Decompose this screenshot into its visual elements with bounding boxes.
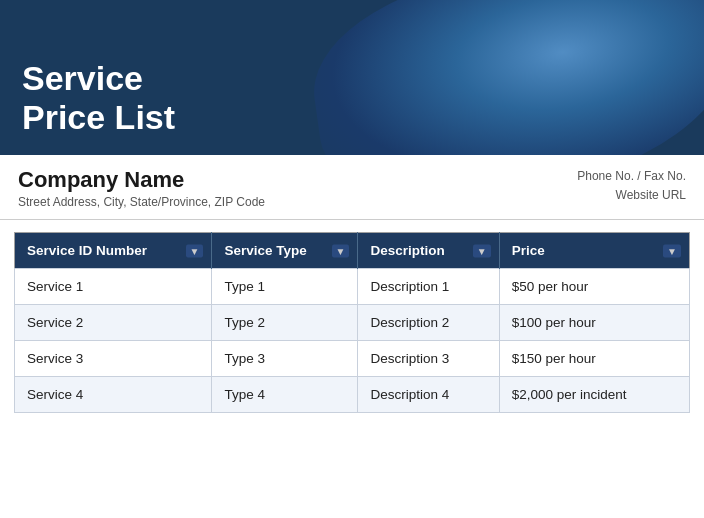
company-address: Street Address, City, State/Province, ZI… [18,195,265,209]
cell-service_id-1: Service 1 [15,269,212,305]
col-header-service-id[interactable]: Service ID Number ▼ [15,233,212,269]
cell-description-1: Description 1 [358,269,499,305]
company-website: Website URL [577,186,686,205]
company-phone-fax: Phone No. / Fax No. [577,167,686,186]
cell-service_id-2: Service 2 [15,305,212,341]
header-title: Service Price List [22,59,175,137]
col-header-service-type[interactable]: Service Type ▼ [212,233,358,269]
col-label-service-id: Service ID Number [27,243,147,258]
cell-description-3: Description 3 [358,341,499,377]
cell-service_type-2: Type 2 [212,305,358,341]
dropdown-arrow-price[interactable]: ▼ [663,244,681,257]
table-wrapper: Service ID Number ▼ Service Type ▼ Descr… [0,224,704,427]
header-title-line2: Price List [22,98,175,137]
cell-price-4: $2,000 per incident [499,377,689,413]
cell-service_type-1: Type 1 [212,269,358,305]
cell-service_type-3: Type 3 [212,341,358,377]
company-info: Company Name Street Address, City, State… [0,155,704,220]
col-label-service-type: Service Type [224,243,306,258]
company-right: Phone No. / Fax No. Website URL [577,167,686,205]
cell-price-3: $150 per hour [499,341,689,377]
table-row: Service 2Type 2Description 2$100 per hou… [15,305,690,341]
col-label-description: Description [370,243,444,258]
company-name: Company Name [18,167,265,193]
table-row: Service 1Type 1Description 1$50 per hour [15,269,690,305]
cell-service_type-4: Type 4 [212,377,358,413]
table-header-row: Service ID Number ▼ Service Type ▼ Descr… [15,233,690,269]
header-title-line1: Service [22,59,175,98]
table-row: Service 4Type 4Description 4$2,000 per i… [15,377,690,413]
dropdown-arrow-service-id[interactable]: ▼ [186,244,204,257]
cell-description-2: Description 2 [358,305,499,341]
dropdown-arrow-service-type[interactable]: ▼ [332,244,350,257]
dropdown-arrow-description[interactable]: ▼ [473,244,491,257]
header-banner: Service Price List [0,0,704,155]
cell-service_id-4: Service 4 [15,377,212,413]
cell-price-1: $50 per hour [499,269,689,305]
col-label-price: Price [512,243,545,258]
col-header-price[interactable]: Price ▼ [499,233,689,269]
cell-description-4: Description 4 [358,377,499,413]
table-row: Service 3Type 3Description 3$150 per hou… [15,341,690,377]
company-left: Company Name Street Address, City, State… [18,167,265,209]
service-price-table: Service ID Number ▼ Service Type ▼ Descr… [14,232,690,413]
cell-price-2: $100 per hour [499,305,689,341]
cell-service_id-3: Service 3 [15,341,212,377]
col-header-description[interactable]: Description ▼ [358,233,499,269]
